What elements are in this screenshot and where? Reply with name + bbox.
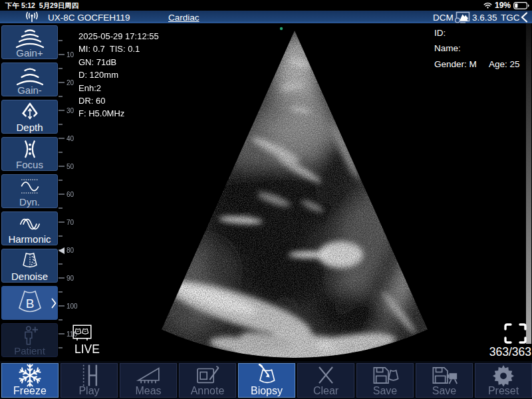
svg-text:20: 20 bbox=[66, 79, 74, 86]
svg-text:60: 60 bbox=[66, 191, 74, 198]
svg-text:100: 100 bbox=[66, 303, 78, 310]
svg-text:80: 80 bbox=[66, 247, 74, 254]
svg-text:70: 70 bbox=[66, 219, 74, 226]
svg-text:30: 30 bbox=[66, 107, 74, 114]
svg-text:90: 90 bbox=[66, 275, 74, 282]
svg-text:B: B bbox=[25, 297, 34, 311]
svg-text:40: 40 bbox=[66, 135, 74, 142]
svg-text:50: 50 bbox=[66, 163, 74, 170]
svg-text:10: 10 bbox=[66, 51, 74, 59]
